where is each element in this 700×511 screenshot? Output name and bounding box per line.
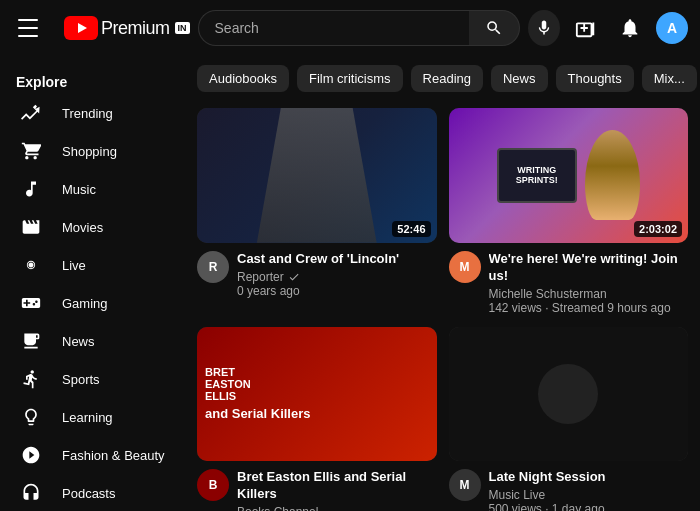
sidebar-item-podcasts[interactable]: Podcasts (4, 474, 181, 511)
video-title-dark: Late Night Session (489, 469, 689, 486)
header: PremiumIN A (0, 0, 700, 56)
header-center (198, 10, 560, 46)
video-grid: 52:46 R Cast and Crew of 'Lincoln' Repor… (185, 100, 700, 511)
sidebar-item-movies[interactable]: Movies (4, 208, 181, 246)
filter-chip-mixed[interactable]: Mix... (642, 65, 697, 92)
filter-chip-audiobooks[interactable]: Audiobooks (197, 65, 289, 92)
sidebar: Explore Trending Shopping Music (0, 56, 185, 511)
dark-shape (538, 364, 598, 424)
verified-icon (288, 271, 300, 283)
filter-chip-film-criticisms[interactable]: Film criticisms (297, 65, 403, 92)
sidebar-item-fashion-beauty-label: Fashion & Beauty (62, 448, 165, 463)
video-stats-lincoln: 0 years ago (237, 284, 437, 298)
sports-icon (20, 368, 42, 390)
hamburger-button[interactable] (12, 10, 48, 46)
video-card-dark[interactable]: M Late Night Session Music Live 500 view… (449, 327, 689, 512)
video-info-lincoln: R Cast and Crew of 'Lincoln' Reporter 0 … (197, 251, 437, 298)
channel-avatar-writing: M (449, 251, 481, 283)
sidebar-item-learning[interactable]: Learning (4, 398, 181, 436)
filter-row: Audiobooks Film criticisms Reading News … (185, 56, 700, 100)
sidebar-item-gaming[interactable]: Gaming (4, 284, 181, 322)
sidebar-item-live-label: Live (62, 258, 86, 273)
mic-button[interactable] (528, 10, 560, 46)
video-meta-writing: We're here! We're writing! Join us! Mich… (489, 251, 689, 315)
bret-name-text: BRETEASTONELLIS (205, 366, 251, 402)
search-icon (485, 19, 503, 37)
serial-killers-text: and Serial Killers (205, 406, 311, 422)
channel-avatar-serial: B (197, 469, 229, 501)
sidebar-item-music-label: Music (62, 182, 96, 197)
svg-point-2 (30, 264, 32, 266)
learning-icon (20, 406, 42, 428)
sidebar-item-trending-label: Trending (62, 106, 113, 121)
gaming-icon (20, 292, 42, 314)
video-channel-dark: Music Live (489, 488, 689, 502)
sidebar-item-sports[interactable]: Sports (4, 360, 181, 398)
trending-icon (20, 102, 42, 124)
youtube-logo: PremiumIN (64, 16, 190, 40)
video-channel-lincoln: Reporter (237, 270, 437, 284)
podcasts-icon (20, 482, 42, 504)
sidebar-item-learning-label: Learning (62, 410, 113, 425)
channel-avatar-lincoln: R (197, 251, 229, 283)
logo-area[interactable]: PremiumIN (64, 16, 190, 40)
notifications-button[interactable] (612, 10, 648, 46)
video-stats-dark: 500 views · 1 day ago (489, 502, 689, 511)
sidebar-item-gaming-label: Gaming (62, 296, 108, 311)
content-area: Audiobooks Film criticisms Reading News … (185, 56, 700, 511)
bell-icon (619, 17, 641, 39)
video-card-writing[interactable]: WRITINGSPRINTS! 2:03:02 M We're here! We… (449, 108, 689, 315)
filter-chip-news[interactable]: News (491, 65, 548, 92)
person-silhouette (585, 130, 640, 220)
music-icon (20, 178, 42, 200)
filter-chip-thoughts[interactable]: Thoughts (556, 65, 634, 92)
hamburger-icon (18, 16, 42, 40)
live-icon (20, 254, 42, 276)
laptop-icon: WRITINGSPRINTS! (497, 148, 577, 203)
add-video-icon (575, 17, 597, 39)
video-title-lincoln: Cast and Crew of 'Lincoln' (237, 251, 437, 268)
search-bar (198, 10, 520, 46)
video-meta-serial: Bret Easton Ellis and Serial Killers Boo… (237, 469, 437, 511)
duration-badge-lincoln: 52:46 (392, 221, 430, 237)
channel-avatar-dark: M (449, 469, 481, 501)
yt-icon (64, 16, 98, 40)
sidebar-item-podcasts-label: Podcasts (62, 486, 115, 501)
thumbnail-serial-killers: BRETEASTONELLIS and Serial Killers (197, 327, 437, 462)
in-badge: IN (175, 22, 190, 34)
filter-chip-reading[interactable]: Reading (411, 65, 483, 92)
sidebar-item-trending[interactable]: Trending (4, 94, 181, 132)
video-info-writing: M We're here! We're writing! Join us! Mi… (449, 251, 689, 315)
video-card-lincoln[interactable]: 52:46 R Cast and Crew of 'Lincoln' Repor… (197, 108, 437, 315)
sidebar-item-sports-label: Sports (62, 372, 100, 387)
video-channel-serial: Books Channel (237, 505, 437, 511)
video-stats-writing: 142 views · Streamed 9 hours ago (489, 301, 689, 315)
duration-badge-writing: 2:03:02 (634, 221, 682, 237)
thumbnail-writing: WRITINGSPRINTS! 2:03:02 (449, 108, 689, 243)
sidebar-item-music[interactable]: Music (4, 170, 181, 208)
header-right: A (568, 10, 688, 46)
sidebar-item-news[interactable]: News (4, 322, 181, 360)
movies-icon (20, 216, 42, 238)
avatar[interactable]: A (656, 12, 688, 44)
search-button[interactable] (469, 10, 520, 46)
sidebar-item-news-label: News (62, 334, 95, 349)
header-left: PremiumIN (12, 10, 190, 46)
thumbnail-lincoln: 52:46 (197, 108, 437, 243)
sidebar-item-movies-label: Movies (62, 220, 103, 235)
video-card-serial-killers[interactable]: BRETEASTONELLIS and Serial Killers B Bre… (197, 327, 437, 512)
video-info-dark: M Late Night Session Music Live 500 view… (449, 469, 689, 511)
search-input[interactable] (198, 10, 469, 46)
video-meta-lincoln: Cast and Crew of 'Lincoln' Reporter 0 ye… (237, 251, 437, 298)
sidebar-item-fashion-beauty[interactable]: Fashion & Beauty (4, 436, 181, 474)
mic-icon (535, 19, 553, 37)
video-channel-writing: Michelle Schusterman (489, 287, 689, 301)
add-video-button[interactable] (568, 10, 604, 46)
video-meta-dark: Late Night Session Music Live 500 views … (489, 469, 689, 511)
main-body: Explore Trending Shopping Music (0, 56, 700, 511)
news-icon (20, 330, 42, 352)
sidebar-item-live[interactable]: Live (4, 246, 181, 284)
video-title-serial: Bret Easton Ellis and Serial Killers (237, 469, 437, 503)
logo-text: Premium (101, 18, 170, 39)
sidebar-item-shopping[interactable]: Shopping (4, 132, 181, 170)
